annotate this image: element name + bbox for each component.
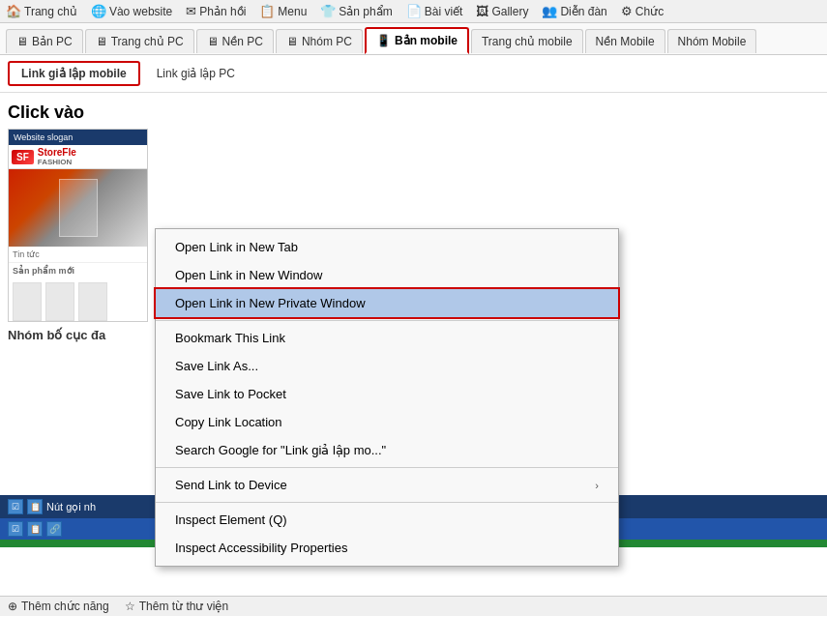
nav-trang-chu[interactable]: 🏠 Trang chủ <box>6 4 77 18</box>
sec-tab-label: Link giả lập PC <box>157 67 235 80</box>
add-function-label: Thêm chức năng <box>21 600 109 613</box>
checkbox-icon-2: 📋 <box>27 499 43 514</box>
checkbox-icon-5: 🔗 <box>46 521 62 537</box>
sec-tab-label: Link giả lập mobile <box>21 67 127 80</box>
nav-label: Sản phẩm <box>339 5 392 18</box>
thumb-header: Website slogan <box>9 130 147 145</box>
ctx-bookmark[interactable]: Bookmark This Link <box>156 324 618 352</box>
product-thumb-2 <box>45 282 74 321</box>
ctx-search-google[interactable]: Search Google for "Link giả lập mo..." <box>156 436 618 464</box>
add-library-label: Thêm từ thư viện <box>139 600 228 613</box>
star-icon: ☆ <box>125 600 135 613</box>
forum-icon: 👥 <box>542 4 557 18</box>
tab-label: Nhóm PC <box>302 35 352 48</box>
nav-menu[interactable]: 📋 Menu <box>259 4 307 18</box>
tab-label: Trang chủ mobile <box>482 35 573 48</box>
nav-vao-website[interactable]: 🌐 Vào website <box>91 4 172 18</box>
website-thumbnail: Website slogan SF StoreFle FASHION Tin t… <box>8 129 148 322</box>
arrow-icon: › <box>595 480 599 491</box>
tab-nen-mobile[interactable]: Nền Mobile <box>585 29 665 53</box>
monitor-icon: 🖥 <box>16 35 28 48</box>
ctx-open-new-window[interactable]: Open Link in New Window <box>156 261 618 289</box>
nav-chuc[interactable]: ⚙ Chức <box>621 4 664 18</box>
ctx-inspect-accessibility[interactable]: Inspect Accessibility Properties <box>156 534 618 562</box>
tab-nhom-pc[interactable]: 🖥 Nhóm PC <box>276 29 363 53</box>
checkbox-icon-1: ☑ <box>8 499 23 514</box>
nav-label: Bài viết <box>425 5 463 18</box>
store-name-label: StoreFle <box>38 147 76 158</box>
ctx-label: Send Link to Device <box>175 478 287 492</box>
checkbox-icon-3: ☑ <box>8 521 23 537</box>
monitor-icon-2: 🖥 <box>96 35 107 48</box>
thumb-logo-box: SF StoreFle FASHION <box>9 145 147 169</box>
nav-phan-hoi[interactable]: ✉ Phản hồi <box>186 4 246 18</box>
article-icon: 📄 <box>406 4 422 18</box>
nut-goi-label: Nút gọi nh <box>46 501 96 513</box>
nav-bai-viet[interactable]: 📄 Bài viết <box>406 4 463 18</box>
ctx-save-to-pocket[interactable]: Save Link to Pocket <box>156 380 618 408</box>
shirt-icon: 👕 <box>320 4 336 18</box>
bottom-toolbar: ⊕ Thêm chức năng ☆ Thêm từ thư viện <box>0 596 827 616</box>
nav-gallery[interactable]: 🖼 Gallery <box>476 4 528 18</box>
monitor-icon-3: 🖥 <box>207 35 219 48</box>
fashion-label: FASHION <box>38 158 76 166</box>
nav-label: Trang chủ <box>24 5 77 18</box>
globe-icon: 🌐 <box>91 4 106 18</box>
san-pham-moi-label: Sản phẩm mới <box>9 263 147 278</box>
tab-label: Bản PC <box>32 35 73 48</box>
thumb-hero-image <box>9 169 147 247</box>
plus-icon: ⊕ <box>8 600 17 613</box>
slogan-text: Website slogan <box>14 132 73 142</box>
tab-label: Nhóm Mobile <box>678 35 747 48</box>
ctx-label: Inspect Accessibility Properties <box>175 541 347 555</box>
store-name: StoreFle FASHION <box>38 147 76 166</box>
tab-trang-chu-mobile[interactable]: Trang chủ mobile <box>471 29 583 53</box>
sec-tab-link-pc[interactable]: Link giả lập PC <box>144 62 248 85</box>
ctx-open-private-window[interactable]: Open Link in New Private Window <box>156 289 618 317</box>
ctx-copy-link[interactable]: Copy Link Location <box>156 408 618 436</box>
ctx-save-as[interactable]: Save Link As... <box>156 352 618 380</box>
ctx-send-to-device[interactable]: Send Link to Device › <box>156 471 618 499</box>
ctx-open-new-tab[interactable]: Open Link in New Tab <box>156 233 618 261</box>
ctx-label: Open Link in New Window <box>175 268 322 282</box>
context-menu: Open Link in New Tab Open Link in New Wi… <box>155 228 619 567</box>
thumb-products <box>9 278 147 322</box>
ctx-inspect-element[interactable]: Inspect Element (Q) <box>156 506 618 534</box>
tab-label: Nền Mobile <box>596 35 655 48</box>
gallery-icon: 🖼 <box>476 4 488 18</box>
checkbox-icon-4: 📋 <box>27 521 43 537</box>
nav-label: Diễn đàn <box>560 5 606 18</box>
tab-nhom-mobile[interactable]: Nhóm Mobile <box>667 29 757 53</box>
add-library-button[interactable]: ☆ Thêm từ thư viện <box>125 600 228 613</box>
ctx-label: Open Link in New Private Window <box>175 296 366 310</box>
ctx-separator-3 <box>156 502 618 503</box>
nav-label: Phản hồi <box>199 5 246 18</box>
main-tab-bar: 🖥 Bản PC 🖥 Trang chủ PC 🖥 Nền PC 🖥 Nhóm … <box>0 23 827 55</box>
settings-icon: ⚙ <box>621 4 633 18</box>
click-label: Click vào <box>0 93 827 129</box>
ctx-label: Save Link to Pocket <box>175 387 286 401</box>
ctx-label: Save Link As... <box>175 359 258 373</box>
tab-label: Bản mobile <box>395 34 458 47</box>
mail-icon: ✉ <box>186 4 196 18</box>
nav-label: Gallery <box>491 5 528 18</box>
tab-ban-mobile[interactable]: 📱 Bản mobile <box>365 27 469 54</box>
tin-tuc-label: Tin tức <box>9 247 147 263</box>
tab-nen-pc[interactable]: 🖥 Nền PC <box>196 29 274 53</box>
add-function-button[interactable]: ⊕ Thêm chức năng <box>8 600 109 613</box>
product-thumb-3 <box>78 282 107 321</box>
ctx-separator-2 <box>156 467 618 468</box>
sf-logo: SF <box>12 150 34 164</box>
sec-tab-link-mobile[interactable]: Link giả lập mobile <box>8 61 140 86</box>
nav-dien-dan[interactable]: 👥 Diễn đàn <box>542 4 606 18</box>
nav-label: Vào website <box>109 5 172 18</box>
tab-ban-pc[interactable]: 🖥 Bản PC <box>6 29 83 53</box>
nav-san-pham[interactable]: 👕 Sản phẩm <box>320 4 392 18</box>
ctx-label: Search Google for "Link giả lập mo..." <box>175 443 386 457</box>
monitor-icon-4: 🖥 <box>286 35 298 48</box>
nav-label: Chức <box>635 5 664 18</box>
ctx-label: Copy Link Location <box>175 415 282 429</box>
tab-trang-chu-pc[interactable]: 🖥 Trang chủ PC <box>85 29 194 53</box>
nav-label: Menu <box>278 5 307 18</box>
main-content: Click vào Website slogan SF StoreFle FAS… <box>0 93 827 596</box>
